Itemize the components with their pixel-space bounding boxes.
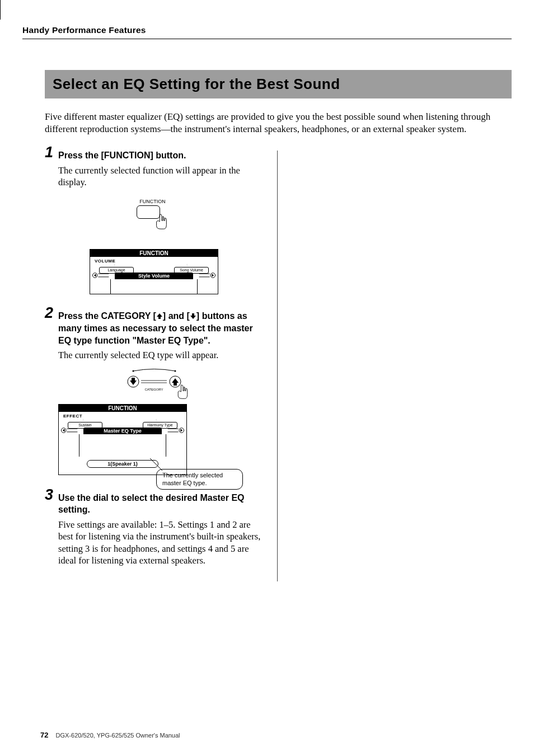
running-head: Handy Performance Features [22,0,512,39]
two-column-layout: 1 Press the [FUNCTION] button. The curre… [45,149,512,581]
intro-paragraph: Five different master equalizer (EQ) set… [45,111,512,135]
step-2-head-mid: ] and [ [163,311,190,321]
callout-text: The currently selected master EQ type. [156,469,243,490]
lcd-dots-icon: : [114,263,116,266]
step-3: 3 Use the dial to select the desired Mas… [45,492,263,567]
figure-lcd-eq: FUNCTION EFFECT : : Sustain Harmony Type [58,404,263,475]
step-2: 2 Press the CATEGORY [] and [] buttons a… [45,310,263,475]
step-3-head: Use the dial to select the desired Maste… [45,492,263,516]
footer: 72 DGX-620/520, YPG-625/525 Owner's Manu… [40,731,180,739]
section-title: Select an EQ Setting for the Best Sound [53,76,340,92]
lcd-screen-2: FUNCTION EFFECT : : Sustain Harmony Type [58,404,187,475]
lcd-current-chip: Master EQ Type [83,428,162,434]
lcd-dots-icon: : [186,263,188,266]
lcd-screen-1: FUNCTION VOLUME : : Language Song Volume [90,249,218,294]
step-2-head-pre: Press the CATEGORY [ [58,311,156,321]
step-2-head: Press the CATEGORY [] and [] buttons as … [45,310,263,347]
column-divider [277,151,278,581]
lcd-top-label: FUNCTION [59,405,186,412]
category-down-icon [190,311,196,323]
step-number: 2 [45,306,53,321]
lcd-category: EFFECT [63,414,82,419]
step-number: 3 [45,487,53,503]
footer-text: DGX-620/520, YPG-625/525 Owner's Manual [56,732,180,739]
lcd-category: VOLUME [95,259,115,264]
lcd-fwd-arrows-icon [195,271,216,281]
section-heading-bar: Select an EQ Setting for the Best Sound [45,70,512,98]
lcd-current-chip: Style Volume [115,273,193,279]
step-number: 1 [45,145,53,160]
page: Handy Performance Features Select an EQ … [22,0,512,581]
step-1-head: Press the [FUNCTION] button. [45,149,263,162]
lcd-value-chip: 1(Speaker 1) [87,460,158,468]
svg-point-3 [174,370,176,372]
svg-text:CATEGORY: CATEGORY [144,388,163,391]
category-up-icon [156,311,163,323]
svg-point-2 [132,370,134,372]
figure-category: CATEGORY [84,368,224,397]
step-1-body: The currently selected function will app… [45,165,263,189]
lcd-fwd-arrows-icon [163,426,185,437]
category-buttons-icon: CATEGORY [122,368,186,397]
function-button-label: FUNCTION [87,199,218,204]
step-2-body: The currently selected EQ type will appe… [45,349,263,361]
function-button-icon [137,205,160,219]
step-1: 1 Press the [FUNCTION] button. The curre… [45,149,263,294]
lcd-top-label: FUNCTION [90,250,218,257]
page-number: 72 [40,731,48,739]
step-3-body: Five settings are available: 1–5. Settin… [45,519,263,567]
press-hand-icon [175,384,190,403]
figure-function-button: FUNCTION FUNCTION VOLUME : [90,199,218,294]
page-corner-rule [0,0,1,20]
breadcrumb: Handy Performance Features [22,25,146,35]
left-column: 1 Press the [FUNCTION] button. The curre… [45,149,263,581]
